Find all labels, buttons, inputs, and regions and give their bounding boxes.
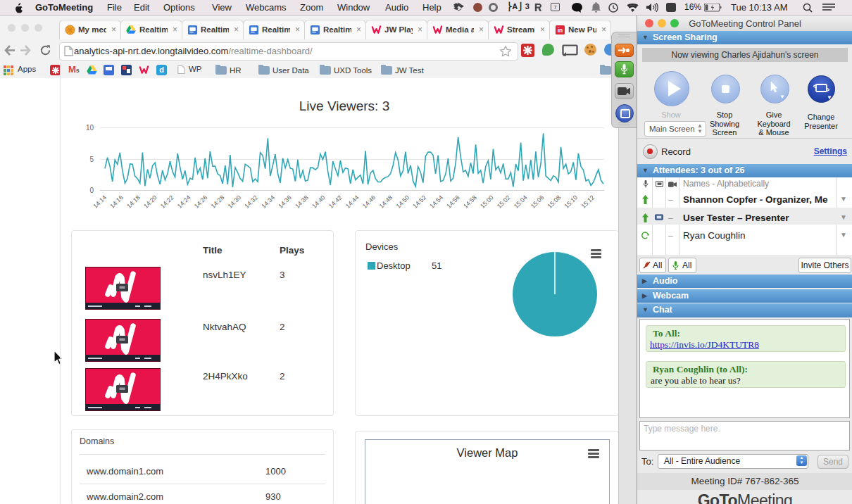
svg-text:in: in	[558, 27, 563, 34]
svg-text:14:58: 14:58	[462, 194, 478, 210]
svg-text:14:28: 14:28	[210, 194, 226, 210]
svg-text:14:22: 14:22	[159, 194, 175, 210]
svg-text:14:18: 14:18	[125, 194, 142, 210]
svg-text:10: 10	[86, 124, 94, 132]
svg-text:15:12: 15:12	[580, 194, 596, 210]
svg-text:14:52: 14:52	[411, 194, 427, 210]
svg-text:14:20: 14:20	[142, 194, 158, 210]
svg-text:14:30: 14:30	[227, 194, 243, 210]
svg-text:5: 5	[89, 156, 94, 163]
svg-text:14:36: 14:36	[277, 194, 293, 210]
svg-text:14:48: 14:48	[378, 194, 394, 210]
svg-text:14:24: 14:24	[176, 194, 192, 210]
svg-text:14:44: 14:44	[344, 194, 361, 210]
svg-text:14:14: 14:14	[92, 194, 108, 210]
svg-text:15:02: 15:02	[496, 194, 512, 210]
svg-text:14:16: 14:16	[108, 194, 125, 210]
svg-text:14:34: 14:34	[260, 194, 276, 210]
svg-text:14:40: 14:40	[311, 194, 327, 210]
svg-text:14:54: 14:54	[428, 194, 444, 210]
svg-text:14:26: 14:26	[193, 194, 209, 210]
svg-text:0: 0	[89, 187, 94, 194]
svg-text:15:04: 15:04	[513, 194, 529, 210]
svg-text:14:50: 14:50	[395, 194, 411, 210]
svg-text:15:08: 15:08	[546, 194, 563, 210]
svg-text:14:56: 14:56	[445, 194, 461, 210]
svg-text:14:38: 14:38	[294, 194, 310, 210]
svg-text:14:42: 14:42	[327, 194, 344, 210]
svg-text:15:00: 15:00	[479, 194, 495, 210]
svg-text:14:32: 14:32	[243, 194, 259, 210]
svg-text:14:46: 14:46	[361, 194, 377, 210]
svg-text:15:06: 15:06	[530, 194, 546, 210]
svg-text:15:10: 15:10	[563, 194, 580, 210]
